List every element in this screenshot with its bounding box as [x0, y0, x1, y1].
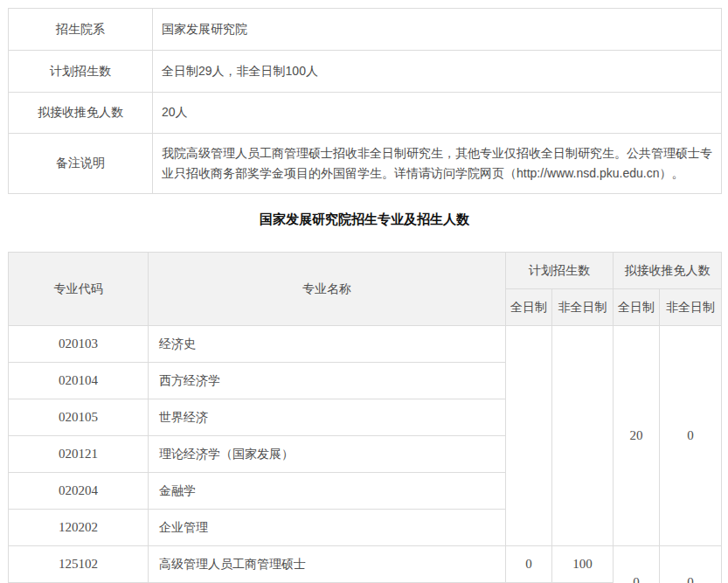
major-code-cell: 020103	[9, 326, 149, 363]
info-value-remarks: 我院高级管理人员工商管理硕士招收非全日制研究生，其他专业仅招收全日制研究生。公共…	[153, 134, 722, 194]
planned-parttime-cell: 100	[552, 546, 614, 583]
page: 招生院系 国家发展研究院 计划招生数 全日制29人，非全日制100人 拟接收推免…	[0, 0, 728, 583]
major-name-cell: 金融学	[149, 473, 506, 510]
info-value-department: 国家发展研究院	[153, 9, 722, 51]
header-major-name: 专业名称	[149, 253, 506, 326]
major-name-cell: 企业管理	[149, 510, 506, 546]
info-label-department: 招生院系	[9, 9, 153, 51]
planned-parttime-merged-cell	[552, 326, 614, 546]
recommended-fulltime-merged-cell: 20	[614, 326, 660, 546]
majors-table: 专业代码 专业名称 计划招生数 拟接收推免人数 全日制 非全日制 全日制 非全日…	[8, 252, 722, 583]
subheader-recommended-parttime: 非全日制	[660, 289, 722, 326]
header-major-code: 专业代码	[9, 253, 149, 326]
info-row: 计划招生数 全日制29人，非全日制100人	[9, 51, 722, 93]
recommended-parttime-merged-cell: 0	[660, 546, 722, 583]
info-value-planned-enrollment: 全日制29人，非全日制100人	[153, 51, 722, 93]
major-name-cell: 理论经济学（国家发展）	[149, 436, 506, 473]
major-name-cell: 西方经济学	[149, 363, 506, 399]
info-row: 招生院系 国家发展研究院	[9, 9, 722, 51]
info-row: 备注说明 我院高级管理人员工商管理硕士招收非全日制研究生，其他专业仅招收全日制研…	[9, 134, 722, 194]
section-title: 国家发展研究院招生专业及招生人数	[8, 211, 721, 228]
major-code-cell: 020204	[9, 473, 149, 510]
recommended-parttime-merged-cell: 0	[660, 326, 722, 546]
info-label-planned-enrollment: 计划招生数	[9, 51, 153, 93]
major-name-cell: 世界经济	[149, 399, 506, 436]
info-value-recommended-count: 20人	[153, 93, 722, 134]
table-row: 125102 高级管理人员工商管理硕士 0 100 0 0	[9, 546, 722, 583]
major-name-cell: 高级管理人员工商管理硕士	[149, 546, 506, 583]
subheader-planned-fulltime: 全日制	[506, 289, 552, 326]
table-row: 020103 经济史 20 0	[9, 326, 722, 363]
info-label-remarks: 备注说明	[9, 134, 153, 194]
subheader-planned-parttime: 非全日制	[552, 289, 614, 326]
info-table: 招生院系 国家发展研究院 计划招生数 全日制29人，非全日制100人 拟接收推免…	[8, 8, 722, 194]
majors-header-row: 专业代码 专业名称 计划招生数 拟接收推免人数	[9, 253, 722, 289]
recommended-fulltime-merged-cell: 0	[614, 546, 660, 583]
planned-fulltime-merged-cell	[506, 326, 552, 546]
header-recommended-count: 拟接收推免人数	[614, 253, 722, 289]
major-name-cell: 经济史	[149, 326, 506, 363]
info-row: 拟接收推免人数 20人	[9, 93, 722, 134]
major-code-cell: 020104	[9, 363, 149, 399]
major-code-cell: 120202	[9, 510, 149, 546]
header-planned-enrollment: 计划招生数	[506, 253, 614, 289]
major-code-cell: 020105	[9, 399, 149, 436]
planned-fulltime-cell: 0	[506, 546, 552, 583]
major-code-cell: 125102	[9, 546, 149, 583]
major-code-cell: 020121	[9, 436, 149, 473]
info-label-recommended-count: 拟接收推免人数	[9, 93, 153, 134]
subheader-recommended-fulltime: 全日制	[614, 289, 660, 326]
